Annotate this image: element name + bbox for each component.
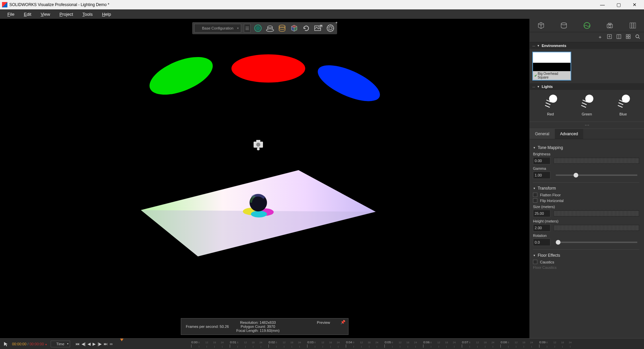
panel-category-tabs [530, 19, 644, 32]
maximize-button[interactable]: ▢ [611, 1, 626, 9]
svg-text:18: 18 [406, 341, 409, 344]
play-reverse-button[interactable]: ◀ [88, 342, 91, 346]
tab-scenes-icon[interactable] [575, 19, 598, 32]
svg-text:6: 6 [430, 341, 432, 344]
stats-focal: Focal Length: 119.60(mm) [234, 329, 282, 333]
svg-point-9 [144, 49, 218, 102]
svg-rect-35 [626, 37, 628, 39]
light-label: Blue [620, 112, 627, 116]
light-label: Green [582, 112, 592, 116]
svg-text:0:00: 0:00 [191, 340, 198, 344]
minimize-button[interactable]: — [595, 1, 610, 9]
environment-thumbnail[interactable]: ✔Big Overhead Square [532, 52, 571, 81]
svg-text:12: 12 [282, 341, 285, 344]
svg-text:24: 24 [414, 341, 417, 344]
gamma-input[interactable] [533, 171, 550, 179]
lights-list: Red Green Blue [530, 90, 644, 121]
stats-mode: Preview [282, 320, 343, 325]
svg-text:18: 18 [484, 341, 487, 344]
prev-key-button[interactable]: ◀| [82, 342, 86, 346]
properties-panel[interactable]: ▼Tone Mapping Brightness Gamma ▼Transfor… [530, 139, 644, 349]
overflow-indicator[interactable]: ⋯ [530, 121, 644, 129]
grid-view-icon[interactable] [626, 34, 631, 40]
property-tabs: General Advanced [530, 129, 644, 139]
group-transform[interactable]: ▼Transform [533, 186, 639, 191]
go-start-button[interactable]: ⏮ [75, 342, 79, 346]
menu-tools[interactable]: Tools [78, 10, 97, 18]
viewport[interactable]: Base Configuration ✦ [0, 19, 529, 349]
timeline-mode-select[interactable]: Time [51, 341, 70, 347]
svg-text:0:07: 0:07 [462, 340, 468, 344]
brightness-scrubber[interactable] [554, 158, 639, 164]
gamma-slider[interactable] [556, 174, 637, 176]
timeline-cursor-icon[interactable] [3, 341, 9, 347]
light-item-green[interactable]: Green [579, 94, 595, 116]
size-input[interactable] [533, 210, 550, 217]
next-key-button[interactable]: |▶ [98, 342, 102, 346]
svg-point-26 [608, 25, 611, 27]
caustics-checkbox[interactable]: Caustics [533, 260, 639, 264]
svg-text:6: 6 [546, 341, 547, 344]
light-item-blue[interactable]: Blue [615, 94, 631, 116]
tab-cameras-icon[interactable] [598, 19, 621, 32]
section-lights[interactable]: ---▼Lights [530, 83, 644, 90]
close-button[interactable]: ✕ [627, 1, 642, 9]
light-item-red[interactable]: Red [542, 94, 558, 116]
play-button[interactable]: ▶ [93, 342, 96, 346]
menu-view[interactable]: View [36, 10, 55, 18]
menu-help[interactable]: Help [97, 10, 116, 18]
rotation-input[interactable] [533, 239, 550, 246]
flip-horizontal-checkbox[interactable]: Flip Horizontal [533, 198, 639, 203]
tab-advanced[interactable]: Advanced [555, 129, 583, 139]
size-scrubber[interactable] [554, 210, 639, 216]
brightness-input[interactable] [533, 157, 550, 164]
svg-text:12: 12 [321, 341, 324, 344]
svg-rect-27 [630, 23, 632, 28]
section-environments[interactable]: ---▼Environments [530, 42, 644, 49]
label-brightness: Brightness [533, 152, 639, 156]
split-view-icon[interactable] [616, 34, 621, 40]
svg-text:0:09: 0:09 [539, 340, 546, 344]
label-height: Height (meters) [533, 219, 639, 223]
stats-overlay: 📌 Resolution: 1482x833 Preview Frames pe… [181, 318, 348, 335]
rotation-slider[interactable] [556, 242, 637, 243]
svg-line-41 [545, 105, 550, 107]
right-panel: ＋ ---▼Environments ✔Big Overhead Square … [529, 19, 644, 349]
svg-text:6: 6 [507, 341, 509, 344]
svg-line-49 [618, 105, 623, 107]
svg-rect-29 [634, 23, 636, 28]
tab-models-icon[interactable] [530, 19, 552, 32]
go-end-button[interactable]: ⏭ [104, 342, 108, 346]
stats-resolution: Resolution: 1482x833 [234, 320, 282, 325]
svg-text:24: 24 [298, 341, 301, 344]
import-icon[interactable] [607, 34, 612, 40]
timeline-playhead[interactable] [120, 339, 123, 341]
tab-appearances-icon[interactable] [552, 19, 575, 32]
loop-button[interactable]: ∞ [110, 342, 113, 346]
svg-text:12: 12 [437, 341, 440, 344]
label-rotation: Rotation [533, 234, 639, 238]
height-input[interactable] [533, 224, 550, 232]
svg-text:6: 6 [391, 341, 393, 344]
menu-file[interactable]: File [3, 10, 19, 18]
timeline-ruler[interactable]: 0:0061218240:0161218240:0261218240:03612… [116, 339, 644, 349]
tab-general[interactable]: General [530, 129, 555, 139]
group-tone-mapping[interactable]: ▼Tone Mapping [533, 145, 639, 150]
tab-libraries-icon[interactable] [621, 19, 644, 32]
search-icon[interactable] [635, 34, 640, 40]
flatten-floor-checkbox[interactable]: Flatten Floor [533, 193, 639, 197]
add-icon[interactable]: ＋ [598, 34, 602, 40]
svg-point-11 [313, 58, 385, 109]
height-scrubber[interactable] [554, 225, 639, 231]
svg-rect-28 [632, 23, 634, 28]
svg-text:12: 12 [244, 341, 247, 344]
group-floor-effects[interactable]: ▼Floor Effects [533, 253, 639, 258]
svg-text:24: 24 [259, 341, 262, 344]
svg-text:24: 24 [569, 341, 572, 344]
pin-icon[interactable]: 📌 [340, 320, 345, 325]
svg-text:24: 24 [491, 341, 494, 344]
menu-project[interactable]: Project [55, 10, 77, 18]
timeline: 00:00:00 / 00:00:00 ⬥ Time ⏮ ◀| ◀ ▶ |▶ ⏭… [0, 338, 644, 349]
menu-edit[interactable]: Edit [19, 10, 36, 18]
panel-toolbar: ＋ [530, 32, 644, 42]
